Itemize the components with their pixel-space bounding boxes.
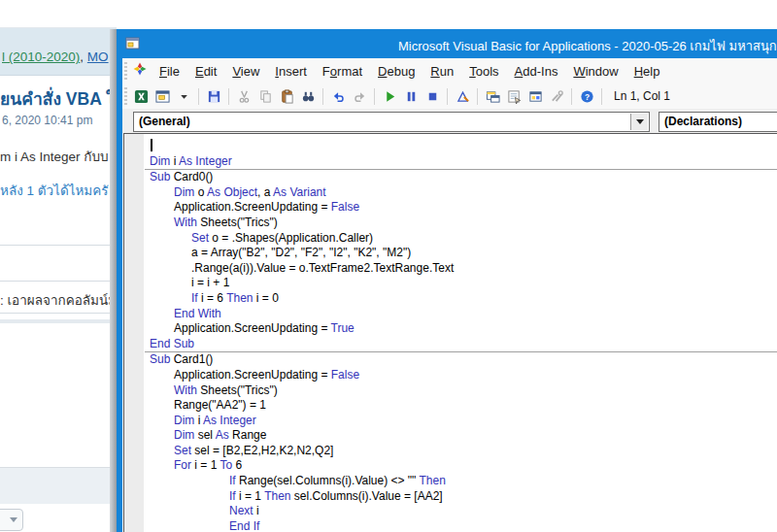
window-shadow: [110, 29, 117, 532]
post-body-line: m i As Integer กับบ: [0, 146, 109, 167]
dropdown-arrow-icon[interactable]: [173, 86, 194, 107]
menu-window[interactable]: Window: [565, 61, 625, 82]
code-line: Sub Card1(): [145, 351, 777, 368]
code-line: If i = 6 Then i = 0: [145, 291, 777, 307]
breadcrumb: l (2010-2020), MO: [2, 50, 109, 64]
margin-indicator-bar: [124, 134, 144, 532]
menu-view[interactable]: View: [224, 61, 267, 82]
properties-window-icon[interactable]: [503, 86, 524, 107]
breadcrumb-separator: ,: [80, 50, 87, 64]
code-line: i = i + 1: [145, 276, 777, 291]
menu-run[interactable]: Run: [422, 61, 461, 82]
code-line: Next i: [145, 504, 777, 519]
vba-form-icon: [125, 36, 141, 55]
design-mode-icon[interactable]: [452, 86, 473, 107]
code-line: Application.ScreenUpdating = False: [145, 368, 777, 383]
toolbar-grip[interactable]: [124, 62, 127, 80]
dropdown-arrow-icon[interactable]: [630, 114, 648, 130]
excel-icon[interactable]: [130, 86, 152, 107]
code-line: End Sub: [145, 337, 777, 352]
divider: [0, 313, 115, 314]
code-line: Range("AA2") = 1: [145, 398, 777, 414]
code-line: With Sheets("Trics"): [145, 383, 777, 399]
window-title: Microsoft Visual Basic for Applications …: [398, 36, 777, 56]
toolbar-grip[interactable]: [124, 87, 127, 105]
code-line: [145, 139, 777, 154]
breadcrumb-link-board[interactable]: MO: [87, 50, 109, 64]
code-line: Set o = .Shapes(Application.Caller): [145, 231, 777, 247]
code-line: Dim i As Integer: [145, 414, 777, 429]
breadcrumb-link-forum[interactable]: l (2010-2020): [2, 50, 80, 64]
menu-debug[interactable]: Debug: [370, 61, 422, 82]
project-explorer-icon[interactable]: [482, 86, 503, 107]
undo-icon[interactable]: [327, 86, 349, 107]
procedure-dropdown[interactable]: (Declarations): [659, 112, 777, 132]
code-line: Dim i As Integer: [145, 154, 777, 170]
svg-text:?: ?: [584, 91, 589, 101]
copy-icon[interactable]: [254, 86, 276, 107]
help-icon[interactable]: ?: [576, 86, 597, 107]
menu-tools[interactable]: Tools: [461, 61, 506, 82]
menu-insert[interactable]: Insert: [267, 61, 315, 82]
topic-title: ยนคำสั่ง VBA ใ: [0, 85, 115, 113]
menu-bar-items: FileEditViewInsertFormatDebugRunToolsAdd…: [152, 62, 667, 80]
divider: [0, 245, 115, 246]
menu-file[interactable]: File: [152, 61, 187, 82]
toolbar-separator: [477, 88, 478, 105]
code-editor[interactable]: Dim i As IntegerSub Card0()Dim o As Obje…: [123, 133, 777, 532]
vba-logo-icon: [132, 61, 148, 81]
toolbar-separator: [228, 88, 229, 105]
menu-addins[interactable]: Add-Ins: [507, 61, 566, 82]
toolbar-separator: [601, 88, 602, 105]
code-line: If i = 1 Then sel.Columns(i).Value = [AA…: [145, 489, 777, 505]
code-line: Set sel = [B2,E2,H2,K2,N2,Q2]: [145, 444, 777, 459]
menu-help[interactable]: Help: [626, 61, 668, 82]
toolbar-buttons: ?: [130, 86, 606, 107]
divider: [0, 281, 115, 282]
toolbar-separator: [571, 88, 572, 105]
code-line: End With: [145, 307, 777, 322]
redo-icon[interactable]: [349, 86, 370, 107]
break-icon[interactable]: [400, 86, 422, 107]
cut-icon[interactable]: [233, 86, 254, 107]
jump-to-dropdown[interactable]: [0, 509, 23, 531]
code-window-header: (General) (Declarations): [122, 109, 777, 133]
code-line: Dim o As Object, a As Variant: [145, 185, 777, 201]
code-line: End If: [145, 519, 777, 532]
cursor-position-indicator: Ln 1, Col 1: [614, 89, 670, 103]
code-line: If Range(sel.Columns(i).Value) <> "" The…: [145, 474, 777, 489]
save-icon[interactable]: [203, 86, 224, 107]
title-bar[interactable]: Microsoft Visual Basic for Applications …: [117, 29, 777, 58]
toolbar-separator: [322, 88, 323, 105]
menu-format[interactable]: Format: [315, 61, 370, 82]
code-line: Dim sel As Range: [145, 428, 777, 444]
toolbar-separator: [198, 88, 199, 105]
toolbar-separator: [374, 88, 375, 105]
reset-icon[interactable]: [422, 86, 443, 107]
menu-bar: FileEditViewInsertFormatDebugRunToolsAdd…: [122, 58, 777, 83]
menu-edit[interactable]: Edit: [187, 61, 224, 82]
code-line: .Range(a(i)).Value = o.TextFrame2.TextRa…: [145, 261, 777, 277]
vba-editor-window: Microsoft Visual Basic for Applications …: [117, 29, 777, 532]
code-lines: Dim i As IntegerSub Card0()Dim o As Obje…: [145, 139, 777, 532]
run-icon[interactable]: [379, 86, 400, 107]
code-line: With Sheets("Trics"): [145, 216, 777, 231]
code-line: Application.ScreenUpdating = False: [145, 200, 777, 216]
post-date: 6, 2020 10:41 pm: [2, 114, 92, 127]
insert-object-icon[interactable]: [152, 86, 173, 107]
code-line: For i = 1 To 6: [145, 458, 777, 474]
dropdown-caret-icon: [10, 517, 17, 522]
procedure-dropdown-value: (Declarations): [664, 115, 742, 128]
object-browser-icon[interactable]: [524, 86, 546, 107]
divider-band: [0, 319, 115, 323]
toolbox-icon[interactable]: [546, 86, 567, 107]
toolbar-separator: [447, 88, 448, 105]
paste-icon[interactable]: [276, 86, 297, 107]
code-line: a = Array("B2", "D2", "F2", "I2", "K2", …: [145, 246, 777, 261]
object-dropdown[interactable]: (General): [133, 112, 650, 132]
forum-footer-panel: [0, 467, 115, 504]
post-footer-line: : เอาผลจากคอลัมน์มา: [0, 289, 124, 311]
standard-toolbar: ? Ln 1, Col 1: [122, 83, 777, 110]
code-line: Application.ScreenUpdating = True: [145, 321, 777, 337]
find-icon[interactable]: [297, 86, 319, 107]
